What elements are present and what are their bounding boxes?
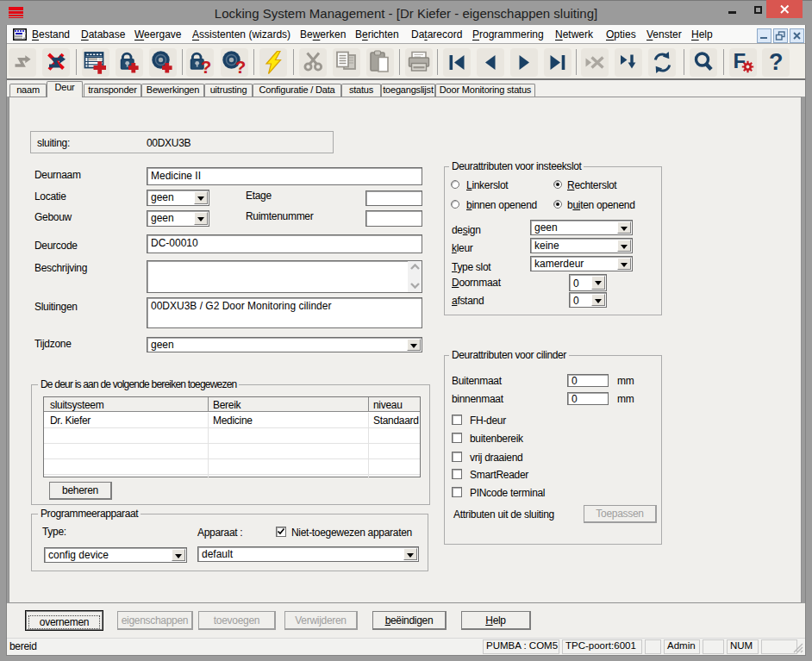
svg-text:F: F [734, 49, 746, 72]
svg-text:?: ? [235, 57, 247, 77]
svg-text:?: ? [201, 57, 212, 77]
svg-text:?: ? [769, 49, 784, 75]
